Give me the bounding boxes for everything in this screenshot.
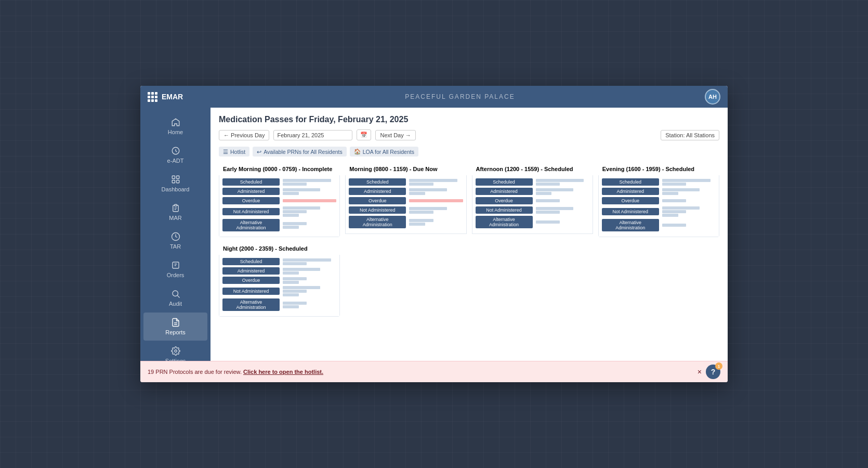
stat-row: Overdue [476,197,589,204]
stat-row: Alternative Administration [349,216,463,228]
svg-rect-2 [176,176,179,178]
sidebar-label-audit: Audit [169,301,182,307]
sidebar-item-audit[interactable]: Audit [143,284,207,312]
hotlist-icon: ☰ [223,149,228,155]
stat-label-overdue: Overdue [222,197,280,204]
app-logo: EMAR [148,92,215,102]
sidebar-label-orders: Orders [167,272,185,278]
stat-row: Scheduled [222,258,336,265]
stat-row: Alternative Administration [476,216,589,228]
loa-filter-button[interactable]: 🏠 LOA for All Residents [350,147,418,157]
svg-rect-1 [172,176,175,178]
main-layout: Home e-ADT Dashboard MAR TAR [140,108,728,361]
period-night-header: Night (2000 - 2359) - Scheduled [219,242,340,255]
notification-close-button[interactable]: × [698,368,702,375]
periods-grid-bottom: Night (2000 - 2359) - Scheduled Schedule… [219,242,719,317]
empty-slot-3 [598,242,719,317]
svg-rect-5 [174,204,177,206]
stat-row: Overdue [222,277,336,284]
period-night: Night (2000 - 2359) - Scheduled Schedule… [219,242,340,317]
app-window: EMAR PEACEFUL GARDEN PALACE AH Home e-AD… [140,86,728,382]
sidebar-item-dashboard[interactable]: Dashboard [143,170,207,198]
sidebar-label-mar: MAR [169,215,181,221]
tar-icon [171,232,180,241]
stat-row: Administered [349,188,463,195]
stat-row: Overdue [602,197,716,204]
grid-icon [148,92,157,102]
calendar-button[interactable]: 📅 [357,129,371,140]
stat-row: Not Administered [476,206,589,214]
home-icon [171,118,180,127]
filter-buttons: ☰ Hotlist ↩ Available PRNs for All Resid… [219,147,719,157]
sidebar-label-eadt: e-ADT [167,158,184,164]
stat-row: Not Administered [602,206,716,217]
svg-rect-4 [176,180,179,183]
sidebar-item-orders[interactable]: Orders [143,255,207,283]
stat-row: Alternative Administration [222,219,336,231]
period-afternoon-header: Afternoon (1200 - 1559) - Scheduled [472,163,593,175]
period-morning-header: Morning (0800 - 1159) - Due Now [345,163,466,175]
sidebar-label-reports: Reports [165,329,186,335]
stat-label-alt-admin: Alternative Administration [222,219,280,231]
dashboard-icon [171,175,180,184]
period-night-body: Scheduled Administered [219,255,340,317]
toolbar: ← Previous Day 📅 Next Day → Station: All… [219,129,719,140]
station-select[interactable]: Station: All Stations [661,130,719,140]
date-input[interactable] [273,130,352,140]
period-evening-header: Evening (1600 - 1959) - Scheduled [598,163,719,175]
stat-row: Not Administered [222,206,336,217]
audit-icon [171,289,180,298]
help-btn-wrapper: 1 ? [706,365,720,379]
period-early-morning: Early Morning (0000 - 0759) - Incomplete… [219,163,340,237]
sidebar-item-mar[interactable]: MAR [143,198,207,226]
loa-icon: 🏠 [354,148,361,155]
prns-filter-button[interactable]: ↩ Available PRNs for All Residents [253,147,347,157]
notification-badge: 1 [715,362,722,370]
period-early-morning-body: Scheduled Administered [219,175,340,237]
period-afternoon: Afternoon (1200 - 1559) - Scheduled Sche… [472,163,593,237]
period-evening-body: Scheduled Administered [598,175,719,237]
content-area: Medication Passes for Friday, February 2… [211,108,728,361]
period-early-morning-header: Early Morning (0000 - 0759) - Incomplete [219,163,340,175]
sidebar-item-settings[interactable]: Settings [143,341,207,361]
stat-row: Administered [476,188,589,195]
svg-rect-3 [172,180,175,183]
svg-line-10 [177,295,179,297]
stat-row: Administered [602,188,716,195]
stat-row: Overdue [222,197,336,204]
stat-row: Not Administered [349,206,463,214]
empty-slot-2 [472,242,593,317]
period-afternoon-body: Scheduled Administered [472,175,593,234]
stat-row: Alternative Administration [602,219,716,231]
prns-icon: ↩ [257,149,261,155]
hotlist-filter-button[interactable]: ☰ Hotlist [219,147,249,157]
notification-text: 19 PRN Protocols are due for review. Cli… [148,369,323,375]
svg-rect-8 [173,262,179,268]
period-morning-body: Scheduled Administered [345,175,466,234]
next-day-button[interactable]: Next Day → [375,130,415,140]
reports-icon [171,318,180,327]
stat-row: Alternative Administration [222,298,336,311]
stat-label-administered: Administered [222,188,280,195]
sidebar-item-eadt[interactable]: e-ADT [143,141,207,169]
period-evening: Evening (1600 - 1959) - Scheduled Schedu… [598,163,719,237]
svg-point-13 [174,350,177,353]
notification-cta[interactable]: Click here to open the hotlist. [243,369,323,375]
stat-row: Overdue [349,197,463,204]
orders-icon [171,261,180,270]
avatar[interactable]: AH [705,89,720,105]
sidebar-item-home[interactable]: Home [143,112,207,140]
facility-name: PEACEFUL GARDEN PALACE [215,93,705,100]
stat-label-scheduled: Scheduled [222,178,280,186]
sidebar-label-home: Home [168,129,183,135]
mar-icon [171,203,180,213]
notification-bar: 19 PRN Protocols are due for review. Cli… [140,361,728,382]
sidebar: Home e-ADT Dashboard MAR TAR [140,108,211,361]
empty-slot-1 [345,242,466,317]
settings-icon [171,346,180,356]
sidebar-item-reports[interactable]: Reports [143,313,207,341]
sidebar-item-tar[interactable]: TAR [143,227,207,255]
prev-day-button[interactable]: ← Previous Day [219,130,269,140]
period-morning: Morning (0800 - 1159) - Due Now Schedule… [345,163,466,237]
stat-row: Administered [222,267,336,275]
